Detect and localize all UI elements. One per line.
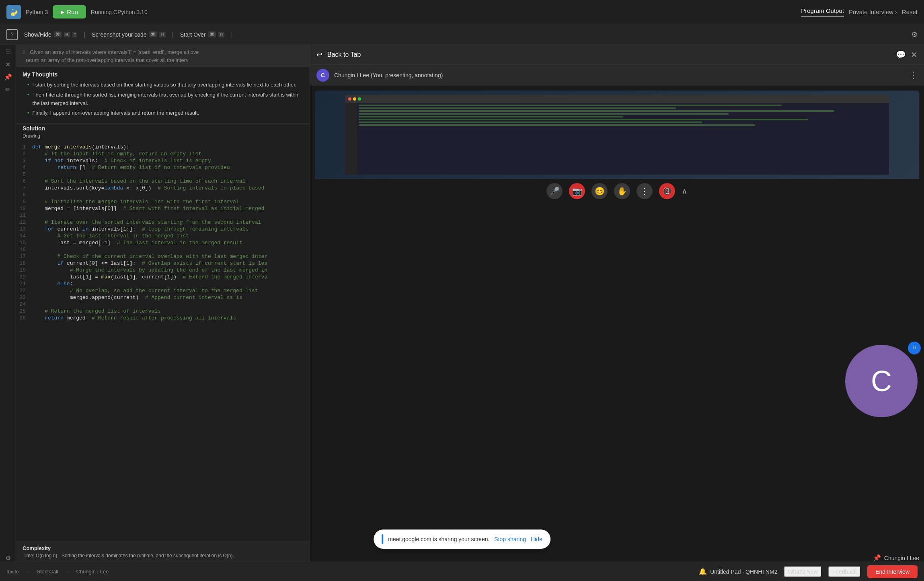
code-panel: 2 Given an array of intervals where inte… xyxy=(16,45,310,562)
code-line-1: 1 def merge_intervals(intervals): xyxy=(16,144,310,150)
code-line-8: 8 xyxy=(16,192,310,198)
whats-new-button[interactable]: What's New xyxy=(784,566,821,577)
notification-bar xyxy=(382,534,383,544)
code-line-4: 4 return [] # Return empty list if no in… xyxy=(16,164,310,171)
program-output-tab[interactable]: Program Output xyxy=(801,7,844,16)
more-options-button[interactable]: ⋮ xyxy=(637,183,653,199)
end-interview-button[interactable]: End Interview xyxy=(867,565,918,578)
thought-item-1: • I start by sorting the intervals based… xyxy=(23,81,303,89)
second-toolbar: ? Show/Hide ⌘ B '' | Screenshot your cod… xyxy=(0,24,924,45)
code-line-17: 17 # Check if the current interval overl… xyxy=(16,253,310,260)
code-editor[interactable]: 1 def merge_intervals(intervals): 2 # If… xyxy=(16,140,310,542)
thoughts-section: My Thoughts • I start by sorting the int… xyxy=(16,67,310,124)
complexity-title: Complexity xyxy=(23,545,303,551)
screen-share-notification: meet.google.com is sharing your screen. … xyxy=(374,529,550,549)
code-line-13: 13 for current in intervals[1:]: # Loop … xyxy=(16,226,310,233)
back-arrow-icon: ↩ xyxy=(316,50,322,59)
code-line-24: 24 xyxy=(16,301,310,308)
start-over-button[interactable]: Start Over ⌘ R xyxy=(180,31,225,38)
run-button[interactable]: ▶ Run xyxy=(53,5,86,19)
sidebar-close-icon[interactable]: ✕ xyxy=(5,61,10,68)
code-line-22: 22 # No overlap, so add the current inte… xyxy=(16,287,310,294)
code-line-6: 6 # Sort the intervals based on the star… xyxy=(16,178,310,185)
code-line-16: 16 xyxy=(16,246,310,253)
complexity-time: Time: O(n log n) - Sorting the intervals… xyxy=(23,553,303,558)
activity-indicator: ⠿ xyxy=(908,342,921,354)
screen-preview: 🎤 📷 😊 ✋ ⋮ 📵 ∧ xyxy=(315,91,919,203)
participant-avatar-large: C xyxy=(845,345,918,417)
participant-avatar-small: C xyxy=(316,69,329,82)
right-panel: ↩ Back to Tab 💬 ✕ C Chungin I Lee (You, … xyxy=(310,45,924,562)
more-options-icon[interactable]: ⋮ xyxy=(910,70,918,80)
sidebar-settings-icon[interactable]: ⚙ xyxy=(5,554,11,562)
solution-label: Solution xyxy=(23,125,45,132)
problem-text: 2 Given an array of intervals where inte… xyxy=(16,45,310,67)
sidebar-edit-icon[interactable]: ✏ xyxy=(5,86,10,93)
raise-hand-button[interactable]: ✋ xyxy=(614,183,630,199)
left-sidebar: ☰ ✕ 📌 ✏ ⚙ xyxy=(0,45,16,562)
invite-link[interactable]: Invite xyxy=(6,569,19,575)
code-line-12: 12 # Iterate over the sorted intervals s… xyxy=(16,219,310,226)
svg-point-0 xyxy=(12,9,13,10)
emoji-button[interactable]: 😊 xyxy=(591,183,608,199)
screen-preview-inner xyxy=(315,91,919,179)
code-line-14: 14 # Get the last interval in the merged… xyxy=(16,233,310,239)
screenshot-button[interactable]: Screenshot your code ⌘ H xyxy=(92,31,165,38)
sidebar-pin-icon[interactable]: 📌 xyxy=(4,73,12,81)
code-line-19: 19 # Merge the intervals by updating the… xyxy=(16,267,310,274)
bell-icon: 🔔 xyxy=(699,568,707,575)
code-line-5: 5 xyxy=(16,171,310,178)
mini-screen xyxy=(345,95,889,175)
thought-item-3: • Finally, I append non-overlapping inte… xyxy=(23,109,303,117)
avatar-name-label: 📌 Chungin I Lee xyxy=(310,554,924,562)
code-line-2: 2 # If the input list is empty, return a… xyxy=(16,150,310,157)
main-layout: ☰ ✕ 📌 ✏ ⚙ 2 Given an array of intervals … xyxy=(0,45,924,562)
notification-text: meet.google.com is sharing your screen. xyxy=(388,536,489,542)
running-label: Running CPython 3.10 xyxy=(91,9,148,15)
run-label: Run xyxy=(67,8,78,15)
pin-icon: 📌 xyxy=(873,554,881,562)
settings-icon[interactable]: ⚙ xyxy=(911,30,918,39)
code-line-21: 21 else: xyxy=(16,280,310,287)
chat-icon-button[interactable]: 💬 xyxy=(896,50,906,60)
camera-off-button[interactable]: 📷 xyxy=(569,183,585,199)
participant-bar: C Chungin I Lee (You, presenting, annota… xyxy=(310,65,924,86)
code-line-20: 20 last[1] = max(last[1], current[1]) # … xyxy=(16,274,310,280)
help-badge[interactable]: ? xyxy=(6,29,18,40)
private-interview-tab[interactable]: Private Interview › xyxy=(849,8,897,15)
thought-item-2: • Then I iterate through the sorted list… xyxy=(23,91,303,108)
reset-button[interactable]: Reset xyxy=(902,8,918,15)
close-icon-button[interactable]: ✕ xyxy=(911,50,918,60)
back-to-tab-label[interactable]: Back to Tab xyxy=(327,51,361,58)
code-line-10: 10 merged = [intervals[0]] # Start with … xyxy=(16,205,310,212)
pad-name: 🔔 Untitled Pad · QHNHTNM2 xyxy=(699,568,777,575)
avatar-area: C ⠿ 📌 Chungin I Lee xyxy=(310,208,924,562)
thoughts-title: My Thoughts xyxy=(23,71,303,78)
start-call-link[interactable]: Start Call xyxy=(37,569,58,575)
feedback-button[interactable]: Feedback xyxy=(828,566,861,577)
sidebar-expand-icon[interactable]: ☰ xyxy=(5,48,11,56)
python-label: Python 3 xyxy=(26,9,48,15)
hide-button[interactable]: Hide xyxy=(531,536,542,542)
complexity-bar: Complexity Time: O(n log n) - Sorting th… xyxy=(16,542,310,562)
code-line-15: 15 last = merged[-1] # The last interval… xyxy=(16,239,310,246)
top-bar: Python 3 ▶ Run Running CPython 3.10 Prog… xyxy=(0,0,924,24)
code-line-26: 26 return merged # Return result after p… xyxy=(16,315,310,321)
code-line-3: 3 if not intervals: # Check if intervals… xyxy=(16,157,310,164)
bottom-participant: Chungin I Lee xyxy=(76,569,109,575)
bottom-bar: Invite · Start Call · Chungin I Lee 🔔 Un… xyxy=(0,562,924,581)
code-line-25: 25 # Return the merged list of intervals xyxy=(16,308,310,315)
microphone-button[interactable]: 🎤 xyxy=(546,183,563,199)
code-line-9: 9 # Initialize the merged intervals list… xyxy=(16,198,310,205)
end-call-button[interactable]: 📵 xyxy=(659,183,675,199)
play-icon: ▶ xyxy=(61,9,64,15)
code-line-7: 7 intervals.sort(key=lambda x: x[0]) # S… xyxy=(16,185,310,192)
stop-sharing-button[interactable]: Stop sharing xyxy=(494,536,526,542)
code-line-23: 23 merged.append(current) # Append curre… xyxy=(16,294,310,301)
drawing-label: Drawing xyxy=(16,133,310,140)
back-to-tab-bar: ↩ Back to Tab 💬 ✕ xyxy=(310,45,924,65)
show-hide-button[interactable]: Show/Hide ⌘ B '' xyxy=(24,31,77,38)
code-line-11: 11 xyxy=(16,212,310,219)
svg-point-1 xyxy=(14,14,15,15)
participant-name: Chungin I Lee (You, presenting, annotati… xyxy=(334,72,443,78)
